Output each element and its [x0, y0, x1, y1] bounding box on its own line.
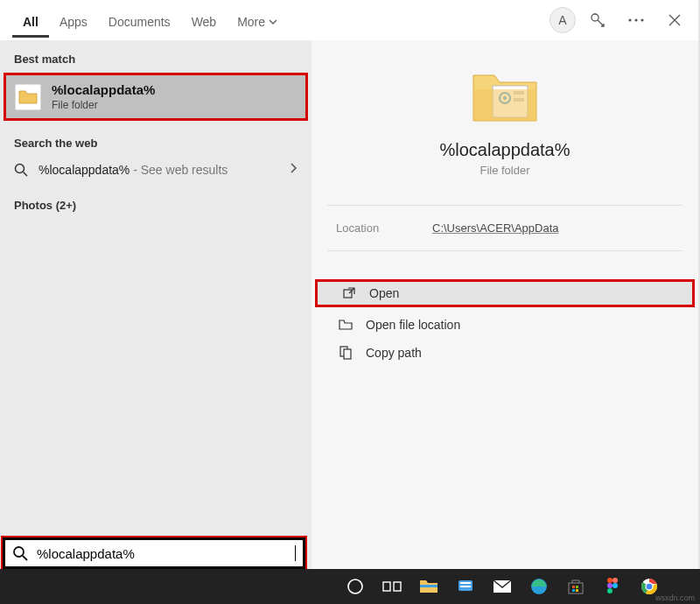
file-explorer-icon[interactable]	[413, 571, 444, 602]
tab-web[interactable]: Web	[181, 3, 228, 38]
web-query-text: %localappdata%	[38, 163, 130, 177]
svg-point-3	[640, 18, 643, 21]
preview-title: %localappdata%	[440, 140, 570, 160]
search-icon	[14, 163, 28, 177]
svg-rect-22	[460, 586, 471, 587]
best-match-label: Best match	[0, 47, 312, 71]
search-bar[interactable]	[3, 537, 305, 569]
folder-large-icon	[468, 67, 542, 128]
web-suffix-text: - See web results	[130, 163, 228, 177]
copy-path-action[interactable]: Copy path	[312, 339, 698, 367]
svg-point-14	[14, 547, 24, 557]
best-match-subtitle: File folder	[52, 99, 155, 111]
svg-rect-18	[394, 582, 401, 591]
folder-outline-icon	[338, 319, 354, 331]
open-location-action[interactable]: Open file location	[312, 311, 698, 339]
divider	[327, 205, 682, 206]
open-location-label: Open file location	[366, 318, 460, 332]
copy-path-label: Copy path	[366, 346, 422, 360]
user-avatar[interactable]: A	[550, 7, 576, 33]
results-panel: Best match %localappdata% File folder Se…	[0, 40, 312, 569]
preview-subtitle: File folder	[480, 164, 529, 177]
open-action[interactable]: Open	[315, 279, 695, 307]
open-label: Open	[369, 286, 399, 300]
folder-icon	[15, 84, 41, 110]
svg-rect-29	[576, 589, 578, 592]
copy-icon	[338, 346, 354, 360]
svg-rect-21	[460, 582, 471, 584]
svg-point-34	[607, 588, 612, 593]
search-web-label: Search the web	[0, 131, 312, 155]
svg-point-16	[348, 579, 362, 593]
svg-rect-26	[572, 586, 575, 588]
svg-point-2	[634, 18, 637, 21]
photos-label[interactable]: Photos (2+)	[0, 193, 312, 217]
taskbar	[0, 569, 700, 604]
task-view-icon[interactable]	[376, 571, 408, 602]
text-caret	[295, 545, 296, 561]
preview-panel: %localappdata% File folder Location C:\U…	[312, 40, 698, 569]
tab-documents[interactable]: Documents	[98, 3, 181, 38]
feedback-icon[interactable]	[581, 4, 614, 37]
divider	[327, 250, 682, 251]
svg-rect-11	[344, 290, 352, 298]
close-icon[interactable]	[658, 4, 691, 37]
best-match-title: %localappdata%	[52, 82, 155, 97]
svg-rect-13	[344, 349, 351, 359]
best-match-result[interactable]: %localappdata% File folder	[4, 73, 308, 121]
more-options-icon[interactable]	[620, 4, 653, 37]
search-input[interactable]	[35, 545, 288, 562]
tabs-bar: All Apps Documents Web More A	[0, 0, 698, 40]
app-icon[interactable]	[450, 571, 481, 602]
svg-point-0	[592, 14, 598, 21]
cortana-icon[interactable]	[340, 571, 371, 602]
edge-icon[interactable]	[523, 571, 555, 602]
svg-rect-27	[576, 586, 578, 588]
figma-icon[interactable]	[597, 571, 628, 602]
svg-point-30	[607, 578, 612, 583]
tab-all[interactable]: All	[12, 3, 49, 38]
location-label: Location	[336, 221, 432, 235]
open-icon	[341, 286, 357, 300]
store-icon[interactable]	[560, 571, 592, 602]
tab-apps[interactable]: Apps	[49, 3, 98, 38]
svg-point-33	[612, 583, 618, 588]
web-result[interactable]: %localappdata% - See web results	[0, 155, 312, 185]
chevron-right-icon	[289, 162, 298, 178]
svg-point-1	[628, 18, 631, 21]
svg-line-5	[24, 172, 28, 177]
svg-rect-28	[572, 589, 575, 592]
search-icon	[12, 545, 28, 561]
svg-point-31	[612, 578, 618, 583]
svg-line-15	[23, 556, 27, 560]
chevron-down-icon	[269, 18, 277, 26]
svg-point-4	[16, 165, 24, 173]
location-link[interactable]: C:\Users\ACER\AppData	[432, 221, 559, 235]
svg-point-32	[607, 583, 612, 588]
watermark-text: wsxdn.com	[655, 593, 695, 602]
tab-more[interactable]: More	[227, 3, 288, 38]
svg-rect-17	[383, 582, 390, 591]
mail-icon[interactable]	[486, 571, 518, 602]
location-row: Location C:\Users\ACER\AppData	[327, 218, 682, 238]
svg-rect-19	[420, 585, 438, 587]
